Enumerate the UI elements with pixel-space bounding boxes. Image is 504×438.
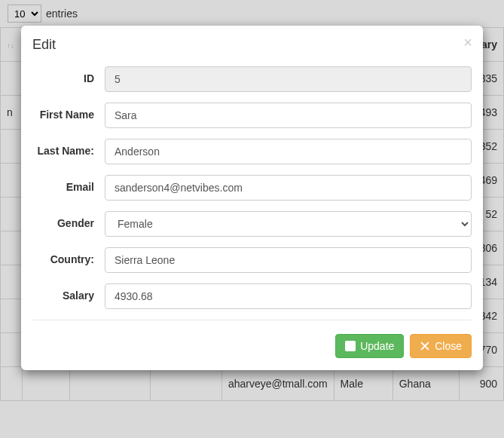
- check-icon: [345, 341, 356, 351]
- close-button-label: Close: [435, 340, 462, 352]
- salary-label: Salary: [32, 283, 105, 302]
- divider: [32, 320, 472, 320]
- email-field[interactable]: [105, 175, 472, 201]
- close-icon[interactable]: ×: [463, 35, 472, 50]
- last-name-label: Last Name:: [32, 139, 105, 158]
- modal-header: Edit ×: [21, 26, 483, 57]
- edit-modal: Edit × ID First Name Last Name: Email: [21, 26, 483, 370]
- country-label: Country:: [32, 247, 105, 266]
- modal-footer: Update Close: [21, 323, 483, 370]
- salary-field[interactable]: [105, 283, 472, 309]
- id-label: ID: [32, 66, 105, 85]
- email-label: Email: [32, 175, 105, 194]
- last-name-field[interactable]: [105, 139, 472, 164]
- gender-label: Gender: [32, 211, 105, 230]
- modal-title: Edit: [32, 37, 472, 53]
- first-name-label: First Name: [32, 103, 105, 121]
- first-name-field[interactable]: [105, 103, 472, 128]
- update-button-label: Update: [360, 340, 394, 352]
- id-field: [105, 66, 472, 92]
- close-button[interactable]: Close: [410, 334, 472, 358]
- x-icon: [420, 341, 430, 351]
- gender-select[interactable]: Female: [105, 211, 472, 237]
- update-button[interactable]: Update: [335, 334, 404, 358]
- country-field[interactable]: [105, 247, 472, 273]
- modal-body: ID First Name Last Name: Email Gender: [21, 57, 483, 323]
